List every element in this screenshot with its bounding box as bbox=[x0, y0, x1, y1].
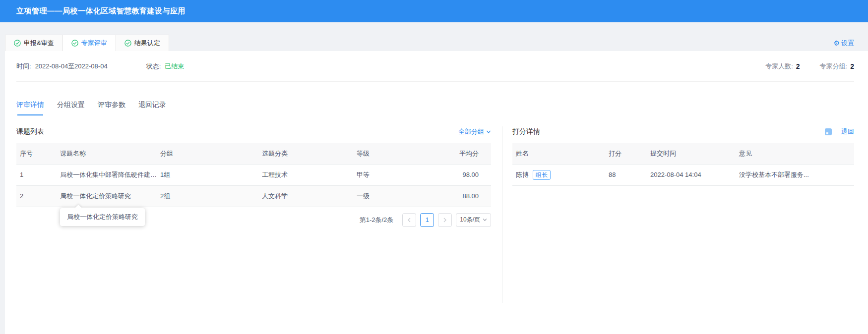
time-label: 时间: bbox=[16, 62, 31, 71]
tab-label: 专家评审 bbox=[81, 39, 107, 48]
chevron-left-icon bbox=[407, 217, 412, 223]
score-table-header: 姓名 打分 提交时间 意见 bbox=[512, 143, 854, 164]
cell-score: 88 bbox=[609, 164, 650, 185]
cell-topic-name: 局校一体化集中部署降低硬件建设成... bbox=[60, 164, 160, 185]
score-table: 姓名 打分 提交时间 意见 陈博组长 88 2022-08-04 14: bbox=[512, 143, 854, 186]
window-titlebar: 立项管理——局校一体化区域智慧教育建设与应用 bbox=[0, 0, 868, 22]
cell-category: 人文科学 bbox=[262, 185, 357, 207]
chevron-down-icon bbox=[483, 218, 487, 222]
cell-index: 2 bbox=[16, 185, 60, 207]
time-value: 2022-08-04至2022-08-04 bbox=[35, 62, 108, 71]
check-circle-icon bbox=[124, 40, 131, 47]
tab-label: 申报&审查 bbox=[24, 39, 54, 48]
col-avg-score: 平均分 bbox=[419, 143, 491, 164]
cell-topic-name: 局校一体化定价策略研究 bbox=[60, 185, 160, 207]
topic-table-header: 序号 课题名称 分组 选题分类 等级 平均分 bbox=[16, 143, 491, 164]
settings-label: 设置 bbox=[841, 39, 854, 48]
col-topic-name: 课题名称 bbox=[60, 143, 160, 164]
cell-grade: 甲等 bbox=[357, 164, 419, 185]
pagination-total: 第1-2条/2条 bbox=[360, 216, 394, 224]
status-label: 状态: bbox=[146, 62, 161, 71]
cell-grade: 一级 bbox=[357, 185, 419, 207]
next-page-button[interactable] bbox=[438, 213, 452, 227]
cell-index: 1 bbox=[16, 164, 60, 185]
expert-group-count: 专家分组:2 bbox=[820, 62, 854, 71]
batch-return-icon[interactable] bbox=[824, 128, 832, 136]
table-row[interactable]: 2 局校一体化定价策略研究 2组 人文科学 一级 88.00 bbox=[16, 185, 491, 207]
col-name: 姓名 bbox=[512, 143, 609, 164]
tab-apply-review[interactable]: 申报&审查 bbox=[5, 35, 63, 51]
check-circle-icon bbox=[14, 40, 21, 47]
table-row[interactable]: 1 局校一体化集中部署降低硬件建设成... 1组 工程技术 甲等 98.00 bbox=[16, 164, 491, 185]
topic-table: 序号 课题名称 分组 选题分类 等级 平均分 1 局校一体化集中 bbox=[16, 143, 491, 207]
col-index: 序号 bbox=[16, 143, 60, 164]
status-bar: 时间: 2022-08-04至2022-08-04 状态: 已结束 专家人数:2… bbox=[16, 51, 854, 82]
table-row[interactable]: 陈博组长 88 2022-08-04 14:04 没学校基本不部署服务... bbox=[512, 164, 854, 185]
prev-page-button[interactable] bbox=[402, 213, 416, 227]
topic-list-panel: 课题列表 全部分组 序号 课题名称 bbox=[16, 126, 491, 303]
col-group: 分组 bbox=[160, 143, 262, 164]
tab-label: 结果认定 bbox=[134, 39, 160, 48]
chevron-down-icon bbox=[486, 129, 491, 134]
subtab-review-detail[interactable]: 评审详情 bbox=[16, 101, 44, 115]
col-submit-time: 提交时间 bbox=[650, 143, 739, 164]
col-grade: 等级 bbox=[357, 143, 419, 164]
cell-group: 1组 bbox=[160, 164, 262, 185]
cell-comment: 没学校基本不部署服务... bbox=[739, 164, 854, 185]
page-size-select[interactable]: 10条/页 bbox=[456, 213, 491, 227]
return-button[interactable]: 退回 bbox=[841, 127, 854, 136]
subtab-return-records[interactable]: 退回记录 bbox=[138, 101, 166, 115]
cell-avg-score: 98.00 bbox=[419, 164, 491, 185]
expert-count: 专家人数:2 bbox=[765, 62, 800, 71]
settings-button[interactable]: ⚙ 设置 bbox=[833, 39, 854, 48]
sub-tabs: 评审详情 分组设置 评审参数 退回记录 bbox=[16, 101, 854, 115]
tab-result[interactable]: 结果认定 bbox=[116, 35, 169, 51]
col-category: 选题分类 bbox=[262, 143, 357, 164]
cell-expert-name: 陈博组长 bbox=[512, 164, 609, 185]
topic-name-tooltip: 局校一体化定价策略研究 bbox=[60, 208, 145, 226]
stage-tabs: 申报&审查 专家评审 结果认定 ⚙ 设置 bbox=[5, 35, 868, 51]
cell-avg-score: 88.00 bbox=[419, 185, 491, 207]
col-comment: 意见 bbox=[739, 143, 854, 164]
cell-submit-time: 2022-08-04 14:04 bbox=[650, 164, 739, 185]
status-value: 已结束 bbox=[165, 62, 184, 71]
cell-group: 2组 bbox=[160, 185, 262, 207]
subtab-group-settings[interactable]: 分组设置 bbox=[57, 101, 85, 115]
col-score: 打分 bbox=[609, 143, 650, 164]
gear-icon: ⚙ bbox=[833, 40, 840, 47]
cell-category: 工程技术 bbox=[262, 164, 357, 185]
main-panel: 时间: 2022-08-04至2022-08-04 状态: 已结束 专家人数:2… bbox=[5, 51, 868, 334]
tab-expert-review[interactable]: 专家评审 bbox=[63, 35, 116, 51]
group-filter-dropdown[interactable]: 全部分组 bbox=[458, 127, 491, 136]
score-detail-title: 打分详情 bbox=[512, 127, 540, 136]
subtab-review-params[interactable]: 评审参数 bbox=[98, 101, 125, 115]
topic-list-title: 课题列表 bbox=[16, 127, 44, 136]
page-title: 立项管理——局校一体化区域智慧教育建设与应用 bbox=[16, 6, 186, 16]
page-1-button[interactable]: 1 bbox=[420, 213, 434, 227]
check-circle-icon bbox=[71, 40, 78, 47]
chevron-right-icon bbox=[442, 217, 447, 223]
leader-badge: 组长 bbox=[533, 170, 551, 180]
score-detail-panel: 打分详情 退回 bbox=[502, 126, 854, 303]
